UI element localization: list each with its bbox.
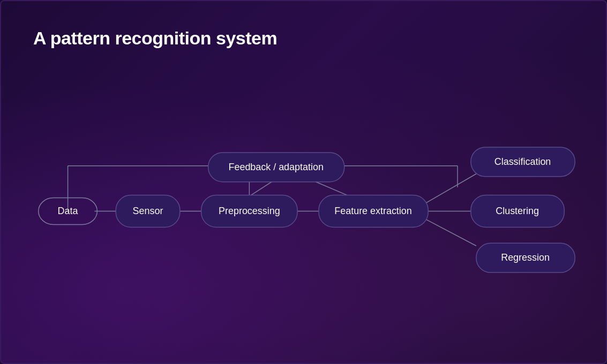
connector-feedback-prep-diag — [249, 181, 273, 196]
connector-feature-classification-diag — [425, 174, 476, 203]
slide: A pattern recognition system — [0, 0, 607, 364]
feature-extraction-node-label: Feature extraction — [334, 206, 411, 216]
sensor-node-label: Sensor — [133, 206, 163, 216]
regression-node-label: Regression — [501, 252, 550, 263]
feedback-node-label: Feedback / adaptation — [229, 162, 324, 172]
data-node-label: Data — [58, 206, 78, 216]
classification-node-label: Classification — [494, 156, 551, 167]
slide-title: A pattern recognition system — [1, 1, 606, 59]
clustering-node-label: Clustering — [496, 206, 539, 216]
preprocessing-node-label: Preprocessing — [219, 206, 280, 216]
connector-feature-regression-diag — [425, 219, 476, 246]
diagram-area: Data Sensor Preprocessing Feedback / ada… — [1, 59, 606, 363]
